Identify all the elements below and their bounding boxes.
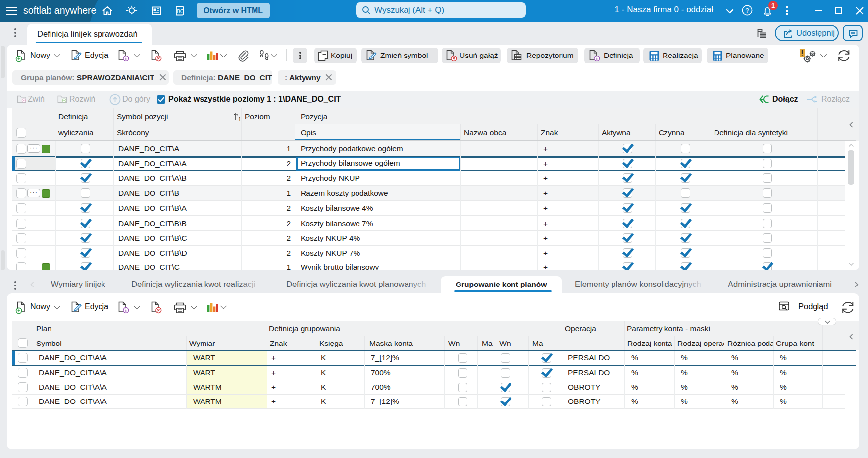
- svg-text:?: ?: [745, 7, 749, 14]
- svg-text:BC: BC: [177, 9, 184, 14]
